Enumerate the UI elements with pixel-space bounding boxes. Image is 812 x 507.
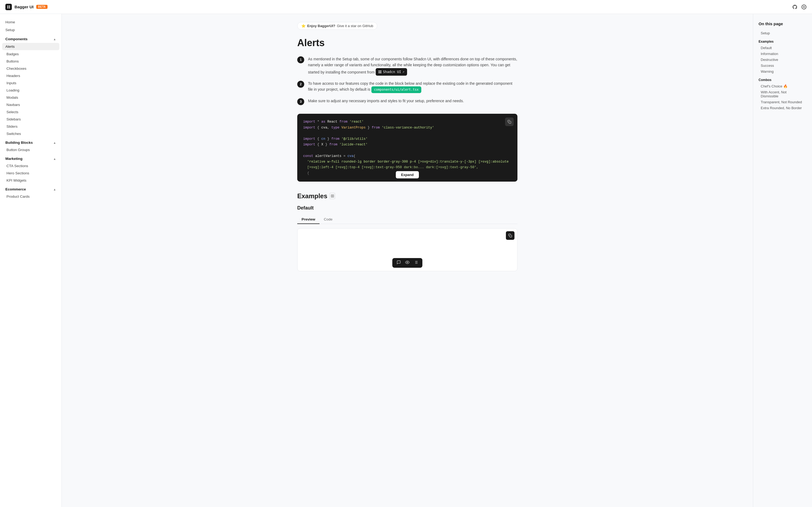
sidebar-item-modals[interactable]: Modals: [0, 94, 61, 101]
step-2: 2 To have access to our features copy th…: [297, 80, 517, 93]
announcement-emoji: ⭐: [301, 24, 306, 28]
sidebar-section-building-blocks-header[interactable]: Building Blocks ▲: [0, 138, 61, 146]
svg-rect-5: [509, 121, 511, 124]
sidebar-item-setup[interactable]: Setup: [0, 26, 61, 34]
preview-toolbar: [392, 258, 422, 268]
announcement-text: Enjoy BaggerUI?: [307, 24, 336, 28]
step-number-2: 2: [297, 81, 304, 88]
tab-preview[interactable]: Preview: [297, 215, 319, 224]
sidebar-item-home[interactable]: Home: [0, 18, 61, 26]
sidebar-item-navbars[interactable]: Navbars: [0, 101, 61, 108]
sidebar-item-checkboxes[interactable]: Checkboxes: [0, 65, 61, 72]
grid-icon: ⊞: [329, 193, 335, 199]
sidebar-item-kpi-widgets[interactable]: KPI Widgets: [0, 177, 61, 184]
step-1-text: As mentioned in the Setup tab, some of o…: [308, 56, 517, 76]
sidebar-item-hero-sections[interactable]: Hero Sections: [0, 170, 61, 177]
sidebar-item-buttons[interactable]: Buttons: [0, 58, 61, 65]
toc-link-default[interactable]: Default: [759, 45, 807, 51]
code-copy-button[interactable]: [505, 117, 514, 126]
sidebar-item-badges[interactable]: Badges: [0, 50, 61, 58]
toc-link-success[interactable]: Success: [759, 63, 807, 68]
code-block: import * as React from 'react' import { …: [297, 114, 517, 182]
toc-link-extra-rounded[interactable]: Extra Rounded, No Border: [759, 105, 807, 111]
examples-section: Examples ⊞ Default Preview Code: [297, 192, 517, 271]
chevron-up-icon: ▲: [53, 38, 56, 41]
page-title: Alerts: [297, 37, 517, 49]
svg-rect-3: [378, 72, 380, 73]
preview-copy-button[interactable]: [506, 231, 514, 240]
examples-section-title: Examples ⊞: [297, 192, 517, 200]
sidebar-item-loading[interactable]: Loading: [0, 87, 61, 94]
chevron-up-icon: ▲: [53, 157, 56, 160]
speech-bubble-button[interactable]: [395, 260, 403, 266]
sidebar-section-marketing-header[interactable]: Marketing ▲: [0, 155, 61, 162]
sidebar-plain-links: Home Setup: [0, 18, 61, 34]
sidebar-section-building-blocks: Building Blocks ▲ Button Groups: [0, 138, 61, 154]
sidebar-section-ecommerce-header[interactable]: Ecommerce ▲: [0, 185, 61, 193]
right-sidebar: On this page Setup Examples Default Info…: [753, 14, 812, 507]
toc-link-setup[interactable]: Setup: [759, 30, 807, 36]
example-tabs: Preview Code: [297, 215, 517, 224]
expand-overlay: Expand: [297, 166, 517, 182]
sidebar-section-components-header[interactable]: Components ▲: [0, 35, 61, 43]
svg-point-0: [803, 6, 805, 7]
svg-rect-1: [378, 70, 380, 72]
sidebar-section-ecommerce: Ecommerce ▲ Product Cards: [0, 185, 61, 200]
svg-rect-2: [380, 70, 381, 72]
expand-button[interactable]: Expand: [396, 171, 419, 178]
toc-link-destructive[interactable]: Destructive: [759, 57, 807, 62]
app-body: Home Setup Components ▲ Alerts Badges Bu…: [0, 14, 812, 507]
shadcn-label: Shadcn UI: [383, 69, 401, 74]
svg-rect-6: [510, 235, 512, 237]
announcement-banner[interactable]: ⭐ Enjoy BaggerUI? Give it a star on GitH…: [297, 22, 377, 30]
sidebar-item-sidebars[interactable]: Sidebars: [0, 116, 61, 123]
topnav-left: Bagger UI BETA: [5, 4, 48, 10]
chevron-up-icon: ▲: [53, 141, 56, 144]
step-3-text: Make sure to adjust any necessary import…: [308, 98, 517, 104]
chevron-up-icon: ▲: [53, 188, 56, 191]
sidebar-item-sliders[interactable]: Sliders: [0, 123, 61, 130]
logo-icon: [5, 4, 12, 10]
left-sidebar: Home Setup Components ▲ Alerts Badges Bu…: [0, 14, 62, 507]
step-1: 1 As mentioned in the Setup tab, some of…: [297, 56, 517, 76]
shadcn-ui-button[interactable]: Shadcn UI ↗: [376, 68, 407, 76]
settings-button[interactable]: [801, 4, 807, 10]
sidebar-item-button-groups[interactable]: Button Groups: [0, 146, 61, 154]
toc-link-warning[interactable]: Warning: [759, 69, 807, 74]
main-content: ⭐ Enjoy BaggerUI? Give it a star on GitH…: [62, 14, 753, 507]
tab-code[interactable]: Code: [319, 215, 337, 224]
github-button[interactable]: [792, 4, 798, 10]
brand-name: Bagger UI: [14, 5, 34, 9]
toc-link-transparent[interactable]: Transparent, Not Rounded: [759, 99, 807, 105]
steps-list: 1 As mentioned in the Setup tab, some of…: [297, 56, 517, 105]
step-number-3: 3: [297, 98, 304, 105]
sidebar-item-cta-sections[interactable]: CTA Sections: [0, 162, 61, 170]
toc-section-examples: Examples: [759, 40, 807, 44]
toc-link-chefs-choice[interactable]: Chef's Choice 🔥: [759, 83, 807, 89]
example-default: Default Preview Code: [297, 205, 517, 271]
toc-link-information[interactable]: Information: [759, 51, 807, 57]
sidebar-item-product-cards[interactable]: Product Cards: [0, 193, 61, 200]
sidebar-item-headers[interactable]: Headers: [0, 72, 61, 79]
file-path-pill: components/ui/alert.tsx: [371, 87, 421, 93]
sidebar-item-switches[interactable]: Switches: [0, 130, 61, 137]
preview-box: [297, 228, 517, 271]
toc-title: On this page: [759, 21, 807, 26]
toc-section-combos: Combos: [759, 78, 807, 82]
eye-button[interactable]: [404, 260, 411, 266]
sidebar-item-selects[interactable]: Selects: [0, 108, 61, 116]
sidebar-item-inputs[interactable]: Inputs: [0, 79, 61, 87]
sidebar-section-marketing: Marketing ▲ CTA Sections Hero Sections K…: [0, 155, 61, 184]
step-number-1: 1: [297, 56, 304, 63]
announcement-cta: Give it a star on GitHub: [337, 24, 373, 28]
toc-link-with-accent[interactable]: With Accent, Not Dismissible: [759, 89, 807, 99]
list-button[interactable]: [412, 260, 420, 266]
example-default-title: Default: [297, 205, 517, 211]
svg-point-7: [407, 262, 408, 263]
sidebar-item-alerts[interactable]: Alerts: [2, 43, 59, 50]
topnav: Bagger UI BETA: [0, 0, 812, 14]
external-link-icon: ↗: [403, 69, 404, 74]
svg-rect-4: [380, 72, 381, 73]
topnav-right: [792, 4, 807, 10]
step-2-text: To have access to our features copy the …: [308, 80, 517, 93]
